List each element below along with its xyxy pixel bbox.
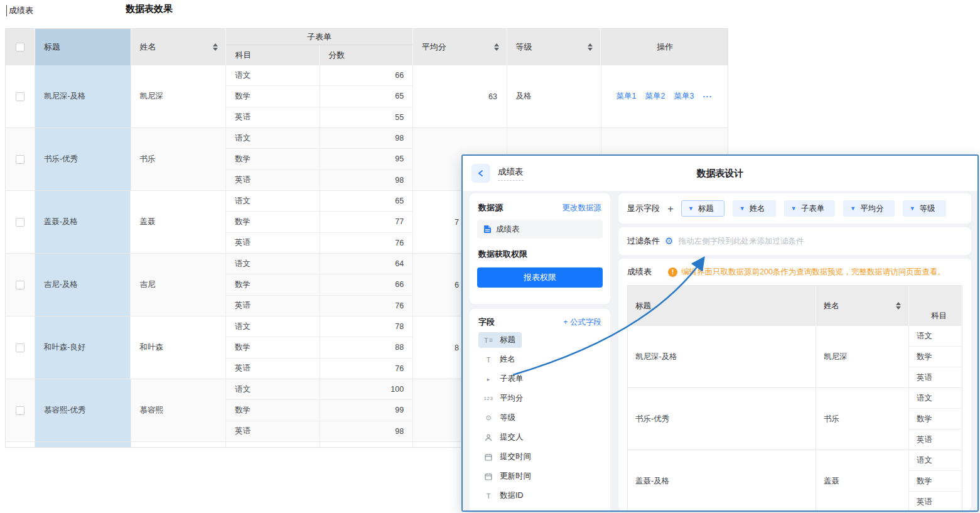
column-header-grade[interactable]: 等级 bbox=[507, 29, 601, 65]
sort-icon[interactable] bbox=[588, 43, 593, 51]
action-link[interactable]: 菜单3 bbox=[674, 91, 694, 102]
fields-list: T☰标题T姓名▸子表单123平均分⊙等级提交人提交时间更新时间T数据ID bbox=[470, 328, 610, 505]
preview-cell-subform: 语文数学英语 bbox=[909, 388, 962, 450]
text-icon: T bbox=[482, 356, 495, 364]
sort-icon[interactable] bbox=[213, 43, 218, 51]
cell-actions: 菜单1菜单2菜单3··· bbox=[601, 65, 728, 127]
panel-table-name[interactable]: 成绩表 bbox=[498, 166, 524, 181]
cell-subject: 语文 bbox=[226, 379, 320, 399]
row-checkbox-cell bbox=[6, 254, 35, 316]
cell-name bbox=[131, 442, 227, 447]
column-header-name[interactable]: 姓名 bbox=[131, 29, 227, 65]
table-design-panel: 成绩表 数据表设计 数据源 更改数据源 成绩表 数据获取权限 bbox=[461, 154, 979, 512]
row-checkbox[interactable] bbox=[16, 343, 24, 352]
cell-score: 76 bbox=[320, 359, 413, 379]
sidebar-field-item[interactable]: 提交人 bbox=[475, 428, 605, 447]
datasource-card: 数据源 更改数据源 成绩表 数据获取权限 报表权限 bbox=[470, 193, 610, 304]
action-link[interactable]: 菜单2 bbox=[645, 91, 665, 102]
cell-score: 78 bbox=[320, 316, 413, 337]
select-all-checkbox[interactable] bbox=[16, 43, 24, 51]
field-chip[interactable]: ▼子表单 bbox=[784, 200, 835, 217]
field-label: 提交人 bbox=[500, 432, 524, 443]
chip-label: 平均分 bbox=[860, 203, 884, 214]
cell-title bbox=[35, 442, 131, 447]
add-field-button[interactable]: + bbox=[667, 203, 674, 214]
back-button[interactable] bbox=[471, 164, 490, 183]
cell-title: 书乐-优秀 bbox=[35, 128, 131, 190]
field-label: 数据ID bbox=[500, 490, 524, 501]
action-link[interactable]: 菜单1 bbox=[617, 91, 637, 102]
preview-table-body: 凯尼深-及格凯尼深语文数学英语书乐-优秀书乐语文数学英语盖聂-及格盖聂语文数学英… bbox=[628, 326, 962, 510]
report-permission-button[interactable]: 报表权限 bbox=[477, 267, 603, 288]
sidebar-field-item[interactable]: 更新时间 bbox=[475, 467, 605, 486]
preview-cell-subject: 数学 bbox=[909, 409, 962, 429]
cell-score: 55 bbox=[320, 107, 413, 127]
sidebar-field-item[interactable]: T☰标题 bbox=[475, 330, 605, 350]
cell-subform: 语文66数学65英语55 bbox=[226, 65, 413, 127]
field-label: 提交时间 bbox=[500, 451, 531, 462]
field-chips: ▼标题▼姓名▼子表单▼平均分▼等级 bbox=[681, 200, 946, 217]
row-checkbox[interactable] bbox=[16, 406, 24, 415]
cell-subject: 语文 bbox=[226, 316, 320, 337]
preview-cell-subform: 语文数学英语 bbox=[909, 450, 962, 510]
cell-subform bbox=[226, 442, 413, 447]
sidebar-field-item[interactable]: T数据ID bbox=[475, 486, 605, 505]
preview-table-row: 凯尼深-及格凯尼深语文数学英语 bbox=[628, 326, 962, 388]
column-header-average[interactable]: 平均分 bbox=[413, 29, 507, 65]
cell-score: 100 bbox=[320, 379, 413, 399]
subform-subrow: 语文98 bbox=[226, 128, 412, 149]
row-checkbox[interactable] bbox=[16, 281, 24, 289]
preview-cell-subject: 英语 bbox=[909, 492, 962, 510]
subform-subrow: 英语98 bbox=[226, 421, 412, 441]
column-header-title[interactable]: 标题 bbox=[35, 29, 131, 65]
field-chip[interactable]: ▼平均分 bbox=[843, 200, 894, 217]
row-checkbox[interactable] bbox=[16, 218, 24, 227]
field-pill: 更新时间 bbox=[478, 468, 537, 484]
table-row: 凯尼深-及格凯尼深语文66数学65英语5563及格菜单1菜单2菜单3··· bbox=[6, 65, 728, 128]
subform-subrow: 语文100 bbox=[226, 379, 412, 400]
subform-subrow: 语文64 bbox=[226, 254, 412, 274]
field-chip[interactable]: ▼等级 bbox=[903, 200, 946, 217]
preview-cell-name: 书乐 bbox=[816, 388, 909, 450]
sort-icon[interactable] bbox=[896, 302, 901, 310]
sidebar-field-item[interactable]: T姓名 bbox=[475, 350, 605, 369]
change-datasource-link[interactable]: 更改数据源 bbox=[563, 203, 602, 213]
cell-score: 64 bbox=[320, 254, 413, 274]
row-checkbox[interactable] bbox=[16, 155, 24, 164]
field-chip[interactable]: ▼标题 bbox=[681, 200, 724, 217]
subform-subrow: 数学95 bbox=[226, 149, 412, 170]
cell-name: 凯尼深 bbox=[131, 65, 227, 127]
cell-score: 88 bbox=[320, 337, 413, 357]
screen: 成绩表 数据表效果 标题 姓名 子表单 科目 分数 平均分 bbox=[0, 0, 980, 513]
calendar-icon bbox=[482, 473, 495, 480]
cell-score: 77 bbox=[320, 212, 413, 232]
cell-subject bbox=[226, 442, 320, 447]
chevron-down-icon: ▼ bbox=[791, 205, 797, 212]
cell-score: 99 bbox=[320, 400, 413, 420]
sort-icon[interactable] bbox=[494, 43, 499, 51]
sidebar-field-item[interactable]: ⊙等级 bbox=[475, 408, 605, 428]
subform-group-header: 子表单 bbox=[226, 29, 412, 45]
sidebar-field-item[interactable]: 123平均分 bbox=[475, 389, 605, 408]
field-chip[interactable]: ▼姓名 bbox=[733, 200, 776, 217]
chevron-down-icon: ▼ bbox=[910, 205, 915, 212]
filter-label: 过滤条件 bbox=[627, 235, 660, 247]
filter-card: 过滤条件 ⚙ 拖动左侧字段到此处来添加过滤条件 bbox=[618, 227, 971, 255]
field-pill: 123平均分 bbox=[478, 391, 530, 406]
datasource-item[interactable]: 成绩表 bbox=[477, 220, 603, 239]
cell-score: 66 bbox=[320, 65, 413, 85]
preview-column-header-name[interactable]: 姓名 bbox=[816, 286, 909, 326]
gear-icon[interactable]: ⚙ bbox=[665, 235, 673, 247]
row-checkbox[interactable] bbox=[16, 92, 24, 101]
preview-column-header-title[interactable]: 标题 bbox=[628, 286, 816, 326]
add-formula-field-link[interactable]: + 公式字段 bbox=[563, 317, 601, 328]
more-actions-icon[interactable]: ··· bbox=[703, 92, 713, 101]
cell-subform: 语文65数学77英语76 bbox=[226, 191, 413, 253]
cell-score: 98 bbox=[320, 170, 413, 190]
subform-subrow: 数学99 bbox=[226, 400, 412, 421]
sidebar-field-item[interactable]: 提交时间 bbox=[475, 447, 605, 467]
option-icon: ⊙ bbox=[482, 414, 495, 422]
sidebar-field-item[interactable]: ▸子表单 bbox=[475, 369, 605, 389]
cell-name: 吉尼 bbox=[131, 254, 226, 316]
column-header-actions: 操作 bbox=[601, 29, 728, 65]
